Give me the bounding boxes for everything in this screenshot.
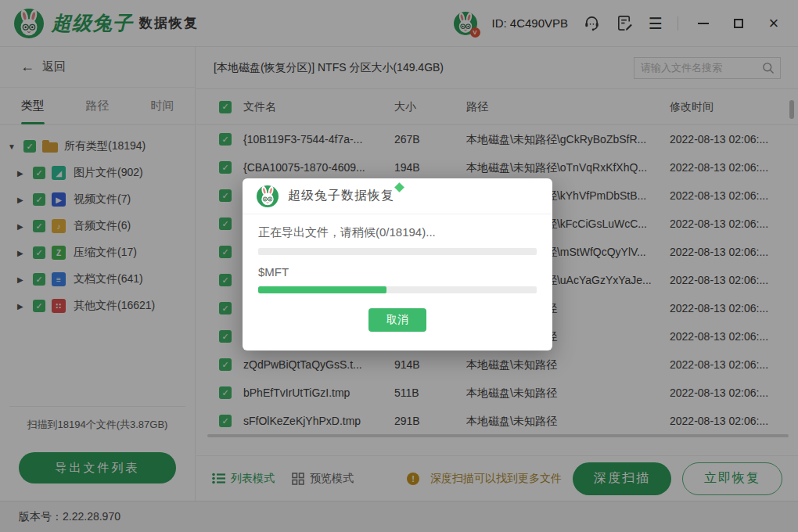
export-status-text: 正在导出文件，请稍候(0/18194)... xyxy=(258,225,537,240)
file-progress-bar xyxy=(258,286,537,293)
dialog-header: 超级兔子数据恢复 xyxy=(243,178,552,214)
sparkle-icon xyxy=(394,182,404,192)
dialog-rabbit-logo-icon xyxy=(257,185,279,207)
export-progress-dialog: 超级兔子数据恢复 正在导出文件，请稍候(0/18194)... $MFT 取消 xyxy=(243,178,552,350)
cancel-button[interactable]: 取消 xyxy=(368,308,426,332)
dialog-body: 正在导出文件，请稍候(0/18194)... $MFT 取消 xyxy=(243,214,552,332)
app-window: 超级兔子 数据恢复 V ID: 4C490VPB xyxy=(0,0,798,532)
dialog-title: 超级兔子数据恢复 xyxy=(288,188,394,204)
file-progress-fill xyxy=(258,286,386,293)
overall-progress-bar xyxy=(258,248,537,255)
current-file-label: $MFT xyxy=(258,265,537,279)
